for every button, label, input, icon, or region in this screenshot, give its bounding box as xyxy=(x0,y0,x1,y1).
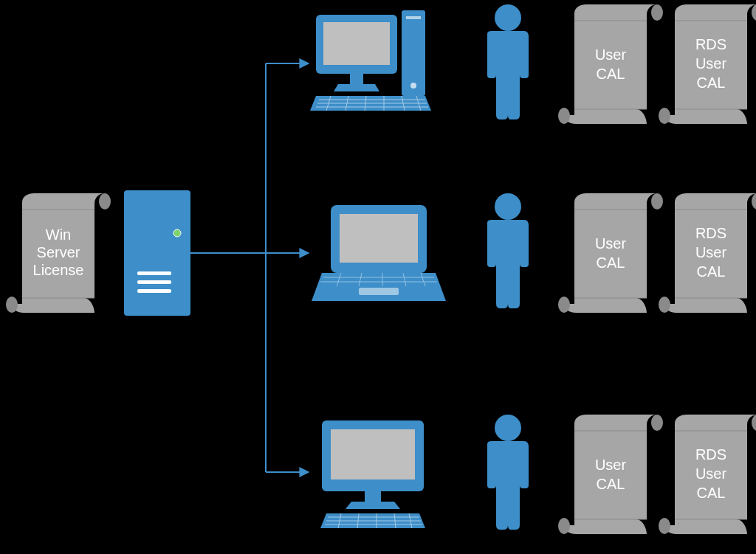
scroll-text: CAL xyxy=(697,75,726,91)
laptop-icon xyxy=(312,205,446,301)
scroll-text: User xyxy=(595,46,627,63)
scroll-text: CAL xyxy=(597,66,625,82)
win-server-license-scroll: Win Server License xyxy=(6,193,111,313)
rds-user-cal-scroll: RDS User CAL xyxy=(659,415,756,534)
server-icon xyxy=(124,190,190,316)
scroll-text: Win xyxy=(46,226,71,243)
row-3: User CAL RDS User CAL xyxy=(320,415,756,534)
scroll-text: User xyxy=(695,244,727,260)
scroll-text: RDS xyxy=(695,446,726,463)
person-icon xyxy=(487,415,529,530)
scroll-text: CAL xyxy=(697,263,726,280)
row-1: User CAL RDS User CAL xyxy=(310,4,756,124)
user-cal-scroll: User CAL xyxy=(558,415,663,534)
connector-lines xyxy=(190,63,309,472)
scroll-text: CAL xyxy=(597,255,625,271)
user-cal-scroll: User CAL xyxy=(558,193,663,313)
rds-user-cal-scroll: RDS User CAL xyxy=(659,4,756,124)
scroll-text: RDS xyxy=(695,36,726,52)
scroll-text: User xyxy=(595,235,627,252)
monitor-icon xyxy=(320,420,425,528)
person-icon xyxy=(487,193,529,308)
licensing-diagram: Win Server License User CAL xyxy=(0,0,756,554)
desktop-icon xyxy=(310,10,431,111)
scroll-text: CAL xyxy=(697,485,726,501)
scroll-text: CAL xyxy=(597,476,625,492)
scroll-text: User xyxy=(595,457,627,473)
person-icon xyxy=(487,4,529,120)
scroll-text: User xyxy=(695,55,727,72)
scroll-text: User xyxy=(695,465,727,482)
scroll-text: Server xyxy=(37,244,80,260)
row-2: User CAL RDS User CAL xyxy=(312,193,756,313)
rds-user-cal-scroll: RDS User CAL xyxy=(659,193,756,313)
user-cal-scroll: User CAL xyxy=(558,4,663,124)
scroll-text: RDS xyxy=(695,225,726,241)
scroll-text: License xyxy=(33,262,84,278)
